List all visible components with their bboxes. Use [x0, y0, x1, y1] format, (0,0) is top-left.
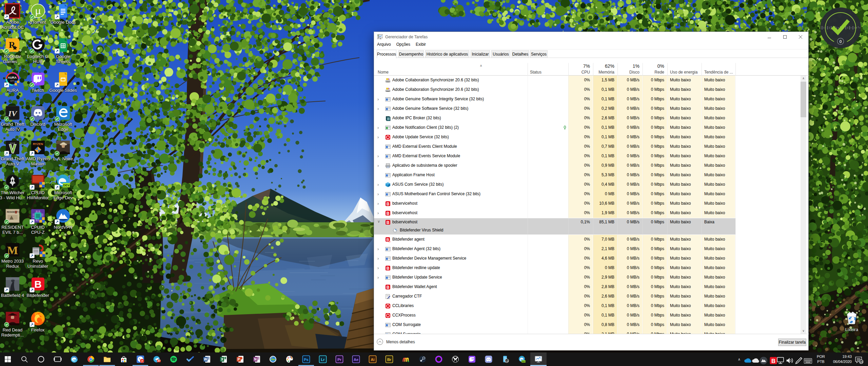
svg-text:7: 7	[141, 360, 143, 363]
svg-text:P: P	[237, 358, 240, 361]
svg-text:IV: IV	[8, 109, 17, 118]
svg-text:.87: .87	[157, 360, 161, 362]
svg-text:AURA: AURA	[8, 76, 17, 79]
svg-text:Lr: Lr	[321, 358, 325, 362]
svg-text:B: B	[387, 220, 390, 225]
svg-text:B: B	[34, 279, 42, 290]
svg-text:SYI: SYI	[10, 80, 14, 82]
svg-text:DEV: DEV	[63, 184, 70, 187]
svg-text:Ai: Ai	[371, 358, 374, 362]
svg-text:B: B	[387, 285, 390, 290]
svg-text:Pr: Pr	[337, 358, 341, 362]
svg-text:RYZEN: RYZEN	[33, 142, 43, 146]
svg-text:X: X	[221, 358, 223, 361]
svg-text:B: B	[387, 238, 389, 242]
svg-text:B: B	[387, 211, 390, 216]
svg-text:DEV: DEV	[521, 361, 526, 363]
svg-text:B: B	[387, 266, 390, 271]
svg-text:RESIDENT EV: RESIDENT EV	[7, 211, 20, 213]
svg-text:Ps: Ps	[304, 358, 308, 362]
svg-text:B: B	[771, 358, 775, 364]
svg-text:W: W	[204, 358, 207, 361]
svg-text:B: B	[387, 202, 390, 206]
svg-text:18: 18	[860, 360, 863, 364]
svg-text:N: N	[254, 358, 256, 361]
svg-text:Br: Br	[387, 358, 392, 362]
svg-text:µ: µ	[35, 6, 40, 16]
svg-text:0: 0	[839, 39, 842, 44]
svg-text:Ae: Ae	[354, 358, 358, 362]
svg-text:14: 14	[505, 360, 508, 363]
